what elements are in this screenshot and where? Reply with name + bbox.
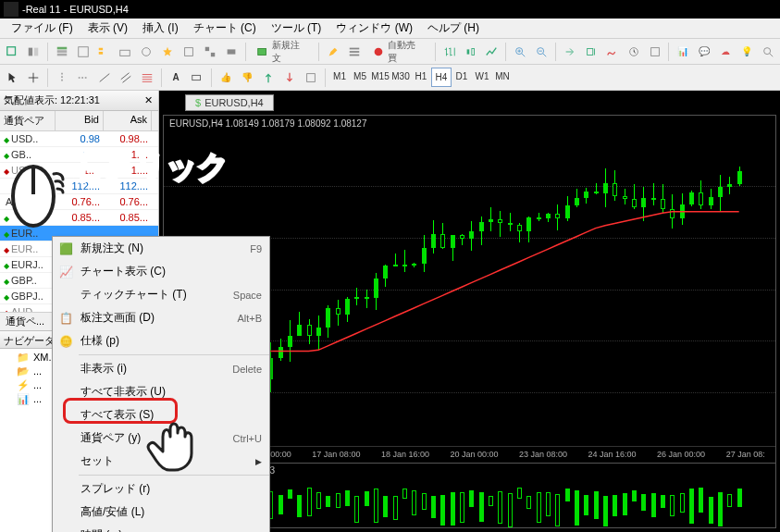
context-menu-item[interactable]: 🟩新規注文 (N)F9 xyxy=(53,237,269,260)
svg-point-8 xyxy=(142,47,151,56)
xaxis-label: 18 Jan 16:00 xyxy=(381,450,429,459)
svg-rect-18 xyxy=(466,49,469,54)
timeframe-m30[interactable]: M30 xyxy=(390,68,411,87)
timeframe-h4[interactable]: H4 xyxy=(431,68,452,87)
indicators-icon[interactable] xyxy=(602,42,623,62)
wizard-icon[interactable] xyxy=(157,42,178,62)
title-bar: -Real 11 - EURUSD,H4 xyxy=(0,0,780,19)
context-menu-item[interactable]: 📈チャート表示 (C) xyxy=(53,260,269,283)
svg-rect-3 xyxy=(56,46,67,49)
svg-rect-13 xyxy=(257,48,266,55)
col-ask[interactable]: Ask xyxy=(104,111,152,130)
text-label-icon[interactable] xyxy=(187,68,207,88)
svg-rect-0 xyxy=(7,46,16,55)
xaxis-label: 17 Jan 08:00 xyxy=(312,450,360,459)
line-chart-icon[interactable] xyxy=(481,42,501,62)
context-menu-item[interactable]: ティックチャート (T)Space xyxy=(53,283,269,306)
chart-shift-icon[interactable] xyxy=(581,42,601,62)
print-icon[interactable] xyxy=(221,42,241,62)
timeframe-buttons: M1M5M15M30H1H4D1W1MN xyxy=(329,68,513,87)
menu-file[interactable]: ファイル (F) xyxy=(4,19,80,38)
auto-trade-button[interactable]: 自動売買 xyxy=(365,42,431,62)
periodicity-icon[interactable] xyxy=(624,42,644,62)
menu-window[interactable]: ウィンドウ (W) xyxy=(328,19,420,38)
market-watch-icon[interactable] xyxy=(52,42,72,62)
channel-icon[interactable] xyxy=(116,68,136,88)
menu-chart[interactable]: チャート (C) xyxy=(186,19,264,38)
svg-rect-19 xyxy=(471,48,474,55)
timeframe-m5[interactable]: M5 xyxy=(350,68,370,87)
col-bid[interactable]: Bid xyxy=(56,111,104,130)
options-icon[interactable] xyxy=(179,42,199,62)
app-icon xyxy=(4,2,19,17)
menu-view[interactable]: 表示 (V) xyxy=(80,19,135,38)
strategy-tester-icon[interactable] xyxy=(136,42,156,62)
vline-icon[interactable] xyxy=(52,68,72,88)
search-icon[interactable] xyxy=(758,42,778,62)
xaxis-label: 24 Jan 16:00 xyxy=(588,450,637,459)
candlestick-icon[interactable] xyxy=(461,42,481,62)
templates-icon[interactable] xyxy=(645,42,665,62)
svg-rect-27 xyxy=(307,73,316,81)
shapes-icon[interactable] xyxy=(301,68,321,88)
cursor-icon[interactable] xyxy=(2,68,22,88)
menu-insert[interactable]: 挿入 (I) xyxy=(135,19,186,38)
data-window-icon[interactable] xyxy=(73,42,93,62)
terminal-icon[interactable] xyxy=(115,42,135,62)
timeframe-mn[interactable]: MN xyxy=(492,68,513,87)
context-menu-item[interactable]: 🪙仕様 (p) xyxy=(53,329,269,353)
vps-icon[interactable]: ☁ xyxy=(715,42,736,62)
context-menu-item[interactable]: 時間 (m) xyxy=(53,524,269,532)
thumb-down-icon[interactable]: 👎 xyxy=(237,68,257,88)
new-chart-icon[interactable] xyxy=(2,42,22,62)
xaxis-label: 20 Jan 00:00 xyxy=(450,450,498,459)
market-watch-title: 気配値表示: 12:21:31 xyxy=(4,93,100,107)
context-menu-item[interactable]: スプレッド (r) xyxy=(53,477,269,501)
svg-rect-22 xyxy=(588,48,593,55)
timeframe-h1[interactable]: H1 xyxy=(411,68,431,87)
signal-icon[interactable]: 📊 xyxy=(673,42,693,62)
navigator-icon[interactable] xyxy=(94,42,115,62)
context-menu-item[interactable]: 高値/安値 (L) xyxy=(53,501,269,524)
menu-bar: ファイル (F) 表示 (V) 挿入 (I) チャート (C) ツール (T) … xyxy=(0,19,780,39)
timeframe-d1[interactable]: D1 xyxy=(452,68,472,87)
col-symbol[interactable]: 通貨ペア xyxy=(0,111,56,130)
zoom-in-icon[interactable] xyxy=(510,42,530,62)
timeframe-m15[interactable]: M15 xyxy=(370,68,390,87)
expert-list-icon[interactable] xyxy=(344,42,365,62)
market-watch-title-bar: 気配値表示: 12:21:31 ✕ xyxy=(0,91,158,111)
close-icon[interactable]: ✕ xyxy=(142,94,155,107)
svg-point-25 xyxy=(764,47,771,54)
svg-rect-11 xyxy=(211,52,215,56)
fibo-icon[interactable] xyxy=(137,68,157,88)
chart-tab[interactable]: $ EURUSD,H4 xyxy=(185,94,274,111)
timeframe-w1[interactable]: W1 xyxy=(472,68,492,87)
toolbar-2: A 👍 👎 M1M5M15M30H1H4D1W1MN xyxy=(0,65,780,91)
chart-tab-label: EURUSD,H4 xyxy=(204,97,264,108)
timeframe-m1[interactable]: M1 xyxy=(329,68,350,87)
context-menu-item[interactable]: 📋板注文画面 (D)Alt+B xyxy=(53,306,269,329)
new-order-button[interactable]: 新規注文 xyxy=(250,42,316,62)
menu-tool[interactable]: ツール (T) xyxy=(264,19,329,38)
lightbulb-icon[interactable]: 💡 xyxy=(737,42,757,62)
bar-chart-icon[interactable] xyxy=(440,42,460,62)
svg-rect-9 xyxy=(185,47,193,56)
hline-icon[interactable] xyxy=(73,68,93,88)
text-icon[interactable]: A xyxy=(166,68,186,88)
profiles-icon[interactable] xyxy=(23,42,43,62)
arrow-down-icon[interactable] xyxy=(279,68,300,88)
auto-scroll-icon[interactable] xyxy=(560,42,580,62)
market-icon[interactable]: 💬 xyxy=(694,42,714,62)
context-menu-item[interactable]: 非表示 (i)Delete xyxy=(53,357,269,380)
arrow-up-icon[interactable] xyxy=(258,68,279,88)
thumb-up-icon[interactable]: 👍 xyxy=(216,68,236,88)
svg-rect-6 xyxy=(78,46,88,56)
fullscreen-icon[interactable] xyxy=(200,42,220,62)
menu-help[interactable]: ヘルプ (H) xyxy=(420,19,487,38)
market-watch-row[interactable]: USD..0.980.98... xyxy=(0,131,158,147)
svg-rect-26 xyxy=(192,75,201,80)
trendline-icon[interactable] xyxy=(94,68,115,88)
crosshair-icon[interactable] xyxy=(23,68,43,88)
metaeditor-icon[interactable] xyxy=(323,42,343,62)
zoom-out-icon[interactable] xyxy=(531,42,551,62)
